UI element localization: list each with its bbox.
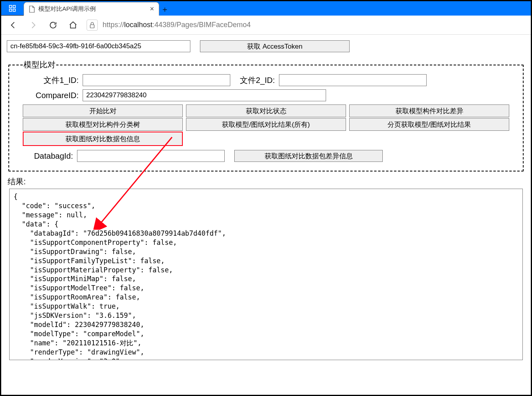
page-icon <box>29 6 35 13</box>
get-component-tree-button[interactable]: 获取模型对比构件分类树 <box>23 118 183 131</box>
model-compare-fieldset: 模型比对 文件1_ID: 文件2_ID: CompareID: 开始比对 获取对… <box>8 59 524 171</box>
url-prefix: https:// <box>103 21 124 29</box>
url-text: https://localhost:44389/Pages/BIMFaceDem… <box>103 21 251 29</box>
svg-rect-4 <box>90 25 94 28</box>
url-host: localhost <box>124 21 152 29</box>
get-compare-status-button[interactable]: 获取对比状态 <box>186 104 346 117</box>
svg-rect-1 <box>13 5 16 8</box>
get-drawing-databag-diff-button[interactable]: 获取图纸对比数据包差异信息 <box>234 150 383 162</box>
lock-icon[interactable] <box>87 20 98 31</box>
refresh-button[interactable] <box>47 19 59 32</box>
tab-title: 模型对比API调用示例 <box>38 5 148 13</box>
get-component-diff-button[interactable]: 获取模型构件对比差异 <box>349 104 509 117</box>
result-label: 结果: <box>8 176 525 187</box>
svg-rect-3 <box>13 9 16 11</box>
window-icon <box>1 1 24 16</box>
databag-id-input[interactable] <box>77 150 225 162</box>
svg-rect-2 <box>10 9 12 11</box>
window-titlebar: 模型对比API调用示例 × ＋ <box>1 1 531 16</box>
result-output[interactable] <box>9 189 523 360</box>
address-bar[interactable]: https://localhost:44389/Pages/BIMFaceDem… <box>87 20 525 31</box>
file1-label: 文件1_ID: <box>23 75 79 86</box>
compare-id-label: CompareID: <box>23 91 79 100</box>
page-content: 获取 AccessToken 模型比对 文件1_ID: 文件2_ID: Comp… <box>1 35 531 361</box>
browser-tab[interactable]: 模型对比API调用示例 × <box>24 2 159 16</box>
forward-button[interactable] <box>27 19 40 32</box>
back-button[interactable] <box>7 19 20 32</box>
fieldset-legend: 模型比对 <box>23 59 56 70</box>
svg-rect-0 <box>10 5 12 8</box>
file2-label: 文件2_ID: <box>240 75 275 86</box>
get-paged-compare-result-button[interactable]: 分页获取模型/图纸对比结果 <box>349 118 509 131</box>
file1-id-input[interactable] <box>83 74 230 86</box>
compare-id-input[interactable] <box>83 89 326 101</box>
close-icon[interactable]: × <box>150 5 154 13</box>
file2-id-input[interactable] <box>279 74 427 86</box>
home-button[interactable] <box>67 19 79 32</box>
new-tab-button[interactable]: ＋ <box>159 3 170 16</box>
get-all-compare-result-button[interactable]: 获取模型/图纸对比结果(所有) <box>186 118 346 131</box>
url-rest: :44389/Pages/BIMFaceDemo4 <box>152 21 251 29</box>
get-drawing-databag-button[interactable]: 获取图纸对比数据包信息 <box>23 132 183 146</box>
access-token-input[interactable] <box>7 40 190 52</box>
address-toolbar: https://localhost:44389/Pages/BIMFaceDem… <box>1 16 531 35</box>
start-compare-button[interactable]: 开始比对 <box>23 104 183 117</box>
databag-id-label: DatabagId: <box>23 152 73 161</box>
get-access-token-button[interactable]: 获取 AccessToken <box>200 40 350 52</box>
